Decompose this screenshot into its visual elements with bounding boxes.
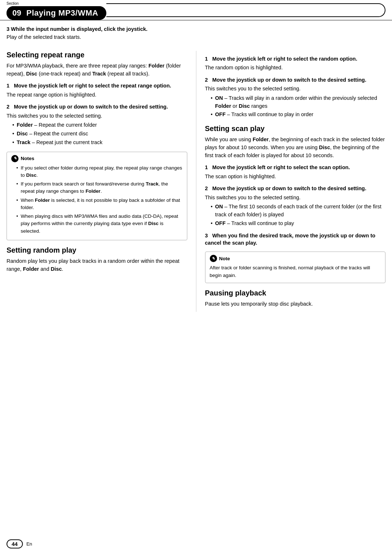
- repeat-step2-heading: 2 Move the joystick up or down to switch…: [7, 103, 187, 110]
- section-number: 09: [7, 6, 25, 20]
- top-section: 3 While the input number is displayed, c…: [0, 20, 392, 41]
- right-column: 1 Move the joystick left or right to sel…: [196, 51, 386, 312]
- scan-step2-body: This switches you to the selected settin…: [205, 194, 386, 202]
- selecting-repeat-range-heading: Selecting repeat range: [7, 51, 187, 59]
- section-title: Playing MP3/WMA: [25, 8, 98, 18]
- scan-step2-heading: 2 Move the joystick up or down to switch…: [205, 185, 386, 192]
- note-title: ✎ Note: [210, 255, 381, 262]
- repeat-bullet-2: Disc – Repeat the current disc: [12, 130, 187, 138]
- note-item-3: When Folder is selected, it is not possi…: [16, 197, 183, 212]
- note-item-1: If you select other folder during repeat…: [16, 164, 183, 179]
- page-header: Section 09 Playing MP3/WMA: [0, 0, 392, 20]
- lang-label: En: [26, 541, 32, 547]
- random-step2-heading: 2 Move the joystick up or down to switch…: [205, 76, 386, 83]
- note-item-2: If you perform track search or fast forw…: [16, 180, 183, 195]
- random-bullet-2: OFF – Tracks will continue to play in or…: [211, 111, 386, 119]
- notes-title: ✎ Notes: [11, 155, 183, 162]
- note-label: Note: [219, 256, 230, 261]
- note-item-4: When playing discs with MP3/WMA files an…: [16, 213, 183, 235]
- setting-random-play-intro: Random play lets you play back tracks in…: [7, 257, 187, 273]
- section-label-box: Section 09 Playing MP3/WMA: [0, 0, 106, 20]
- scan-bullet-2: OFF – Tracks will continue to play: [211, 220, 386, 228]
- note-box: ✎ Note After track or folder scanning is…: [205, 252, 386, 283]
- repeat-step1-body: The repeat range option is highlighted.: [7, 91, 187, 99]
- random-bullet-1: ON – Tracks will play in a random order …: [211, 94, 386, 110]
- note-icon: ✎: [210, 255, 217, 262]
- notes-icon: ✎: [11, 155, 19, 162]
- random-bullets: ON – Tracks will play in a random order …: [205, 94, 386, 119]
- scan-step1-heading: 1 Move the joystick left or right to sel…: [205, 164, 386, 171]
- section-number-title: 09 Playing MP3/WMA: [7, 6, 106, 20]
- page: Section 09 Playing MP3/WMA 3 While the i…: [0, 0, 392, 555]
- page-footer: 44 En: [7, 539, 32, 548]
- scan-step1-body: The scan option is highlighted.: [205, 173, 386, 181]
- random-step1-heading: 1 Move the joystick left or right to sel…: [205, 55, 386, 62]
- scan-step3-heading: 3 When you find the desired track, move …: [205, 232, 386, 247]
- left-column: Selecting repeat range For MP3/WMA playb…: [7, 51, 196, 312]
- note-body: After track or folder scanning is finish…: [210, 264, 381, 279]
- notes-box: ✎ Notes If you select other folder durin…: [7, 152, 187, 240]
- step3-heading: 3 While the input number is displayed, c…: [7, 26, 385, 32]
- section-label: Section: [7, 1, 106, 5]
- random-step2-body: This switches you to the selected settin…: [205, 85, 386, 93]
- header-right-box: [106, 3, 385, 17]
- repeat-bullet-3: Track – Repeat just the current track: [12, 139, 187, 147]
- content-area: Selecting repeat range For MP3/WMA playb…: [0, 44, 392, 312]
- setting-random-play-heading: Setting random play: [7, 246, 187, 254]
- repeat-bullet-1: Folder – Repeat the current folder: [12, 121, 187, 129]
- page-number: 44: [7, 539, 23, 548]
- pausing-playback-heading: Pausing playback: [205, 289, 386, 297]
- setting-scan-play-intro: While you are using Folder, the beginnin…: [205, 136, 386, 159]
- step3-body: Play of the selected track starts.: [7, 33, 385, 41]
- scan-bullet-1: ON – The first 10 seconds of each track …: [211, 203, 386, 219]
- pausing-playback-intro: Pause lets you temporarily stop disc pla…: [205, 300, 386, 308]
- repeat-step2-body: This switches you to the selected settin…: [7, 112, 187, 120]
- notes-label: Notes: [21, 156, 34, 161]
- selecting-repeat-range-intro: For MP3/WMA playback, there are three re…: [7, 62, 187, 78]
- repeat-bullets: Folder – Repeat the current folder Disc …: [7, 121, 187, 146]
- random-step1-body: The random option is highlighted.: [205, 64, 386, 72]
- setting-scan-play-heading: Setting scan play: [205, 125, 386, 133]
- notes-list: If you select other folder during repeat…: [11, 164, 183, 235]
- repeat-step1-heading: 1 Move the joystick left or right to sel…: [7, 82, 187, 89]
- scan-bullets: ON – The first 10 seconds of each track …: [205, 203, 386, 227]
